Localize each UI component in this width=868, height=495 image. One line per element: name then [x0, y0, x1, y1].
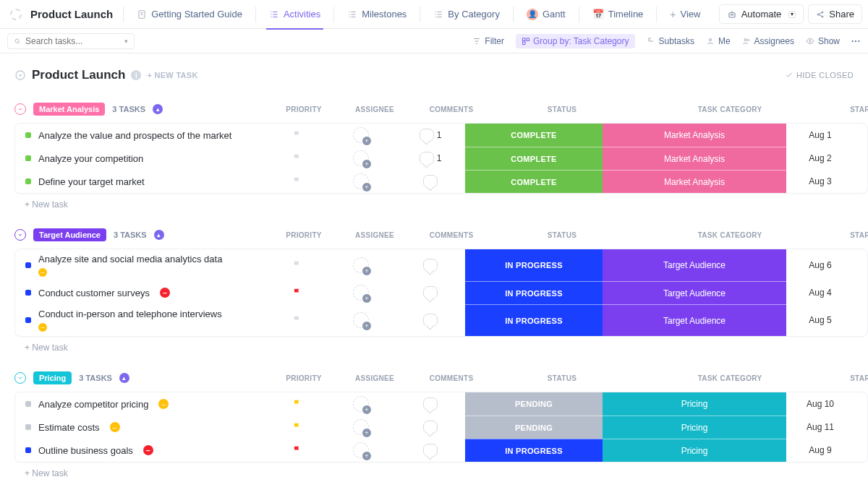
priority-flag-icon[interactable]	[292, 176, 302, 186]
share-button[interactable]: Share	[808, 4, 862, 24]
start-date-cell[interactable]: Aug 2	[786, 147, 854, 170]
task-row[interactable]: Analyze site and social media analytics …	[15, 249, 867, 281]
category-cell[interactable]: Target Audience	[603, 249, 786, 281]
new-task-button[interactable]: + New task	[14, 462, 868, 484]
start-date-cell[interactable]: Aug 11	[786, 416, 854, 439]
task-name-cell[interactable]: Analyze the value and prospects of the m…	[15, 124, 268, 147]
assignee-placeholder-icon[interactable]	[353, 173, 369, 189]
task-name-cell[interactable]: Estimate costs –	[15, 416, 268, 439]
start-date-cell[interactable]: Aug 5	[786, 304, 854, 336]
task-row[interactable]: Conduct in-person and telephone intervie…	[15, 304, 867, 336]
task-row[interactable]: Outline business goals – IN PROGRESS Pri…	[15, 439, 867, 462]
info-icon[interactable]: i	[131, 70, 141, 80]
status-dot-icon[interactable]	[25, 178, 31, 184]
start-date-cell[interactable]: Aug 6	[786, 249, 854, 281]
assignee-placeholder-icon[interactable]	[353, 285, 369, 301]
priority-flag-icon[interactable]	[292, 153, 302, 163]
assignee-cell[interactable]	[326, 147, 396, 170]
task-name-cell[interactable]: Outline business goals –	[15, 439, 268, 462]
priority-cell[interactable]	[268, 392, 326, 416]
comment-icon[interactable]	[423, 397, 438, 410]
group-collapse-toggle[interactable]	[14, 103, 26, 115]
col-priority[interactable]: PRIORITY	[275, 106, 333, 113]
group-name-chip[interactable]: Market Analysis	[33, 103, 105, 116]
status-cell[interactable]: IN PROGRESS	[465, 304, 603, 336]
start-date-cell[interactable]: Aug 3	[786, 170, 854, 193]
assignee-cell[interactable]	[326, 439, 396, 462]
new-task-button[interactable]: + New task	[14, 337, 868, 358]
comments-cell[interactable]: 1	[396, 124, 465, 147]
assignee-placeholder-icon[interactable]	[353, 257, 369, 273]
col-category[interactable]: TASK CATEGORY	[638, 106, 822, 113]
collapse-badge-icon[interactable]: ▴	[153, 104, 163, 114]
comments-cell[interactable]	[396, 170, 465, 193]
status-dot-icon[interactable]	[25, 401, 31, 407]
assignee-placeholder-icon[interactable]	[353, 396, 369, 412]
start-date-cell[interactable]: Aug 9	[786, 439, 854, 462]
col-start-date[interactable]: START DATE	[829, 231, 868, 239]
task-name-cell[interactable]: Define your target market	[15, 170, 268, 193]
status-dot-icon[interactable]	[25, 424, 31, 430]
priority-flag-icon[interactable]	[292, 399, 302, 409]
task-name-cell[interactable]: Conduct customer surveys –	[15, 281, 268, 304]
status-dot-icon[interactable]	[25, 447, 31, 453]
priority-flag-icon[interactable]	[292, 315, 302, 325]
col-category[interactable]: TASK CATEGORY	[638, 231, 822, 239]
assignee-cell[interactable]	[326, 281, 396, 304]
comment-icon[interactable]	[420, 129, 434, 142]
task-row[interactable]: Estimate costs – PENDING Pricing Aug 11 …	[15, 416, 867, 439]
col-status[interactable]: STATUS	[493, 106, 631, 113]
status-cell[interactable]: IN PROGRESS	[465, 439, 603, 462]
task-row[interactable]: Analyze the value and prospects of the m…	[15, 124, 867, 147]
assignee-cell[interactable]	[326, 416, 396, 439]
task-name-cell[interactable]: Analyze competitor pricing –	[15, 392, 268, 416]
col-priority[interactable]: PRIORITY	[275, 374, 333, 382]
search-input[interactable]	[25, 36, 120, 46]
col-start-date[interactable]: START DATE	[829, 374, 868, 382]
comment-icon[interactable]	[423, 314, 438, 327]
new-task-header-button[interactable]: + NEW TASK	[147, 71, 197, 79]
task-name-cell[interactable]: Analyze site and social media analytics …	[15, 249, 268, 281]
assignee-cell[interactable]	[326, 249, 396, 281]
status-cell[interactable]: IN PROGRESS	[465, 249, 603, 281]
priority-cell[interactable]	[268, 281, 326, 304]
task-row[interactable]: Conduct customer surveys – IN PROGRESS T…	[15, 281, 867, 304]
search-input-wrap[interactable]: ▾	[7, 33, 135, 49]
more-button[interactable]: ···	[851, 36, 861, 46]
priority-cell[interactable]	[268, 439, 326, 462]
priority-cell[interactable]	[268, 147, 326, 170]
status-dot-icon[interactable]	[25, 155, 31, 161]
comments-cell[interactable]	[396, 416, 465, 439]
col-start-date[interactable]: START DATE	[829, 106, 868, 113]
priority-cell[interactable]	[268, 124, 326, 147]
col-priority[interactable]: PRIORITY	[275, 231, 333, 239]
category-cell[interactable]: Target Audience	[603, 281, 786, 304]
tab-milestones[interactable]: Milestones	[339, 0, 415, 29]
comment-icon[interactable]	[423, 444, 438, 457]
priority-cell[interactable]	[268, 249, 326, 281]
show-button[interactable]: Show	[806, 36, 840, 46]
priority-cell[interactable]	[268, 170, 326, 193]
group-name-chip[interactable]: Target Audience	[33, 228, 106, 241]
comment-icon[interactable]	[423, 259, 438, 272]
tab-add-view[interactable]: + View	[661, 0, 709, 29]
chevron-down-icon[interactable]: ▾	[124, 38, 128, 45]
comments-cell[interactable]: 1	[396, 147, 465, 170]
due-date-cell[interactable]: Aug 11	[854, 392, 868, 416]
priority-cell[interactable]	[268, 416, 326, 439]
col-assignee[interactable]: ASSIGNEE	[340, 106, 409, 113]
collapse-badge-icon[interactable]: ▴	[154, 230, 164, 240]
status-cell[interactable]: IN PROGRESS	[465, 281, 603, 304]
task-row[interactable]: Analyze your competition 1 COMPLETE Mark…	[15, 147, 867, 170]
automate-button[interactable]: Automate ▾	[719, 4, 804, 24]
task-name-cell[interactable]: Conduct in-person and telephone intervie…	[15, 304, 268, 336]
priority-flag-icon[interactable]	[292, 422, 302, 432]
assignee-cell[interactable]	[326, 304, 396, 336]
due-date-cell[interactable]: Aug 3	[854, 147, 868, 170]
col-assignee[interactable]: ASSIGNEE	[340, 374, 409, 382]
comments-cell[interactable]	[396, 304, 465, 336]
assignees-button[interactable]: Assignees	[742, 36, 794, 46]
priority-flag-icon[interactable]	[292, 288, 302, 298]
status-cell[interactable]: PENDING	[465, 416, 603, 439]
task-row[interactable]: Analyze competitor pricing – PENDING Pri…	[15, 392, 867, 416]
